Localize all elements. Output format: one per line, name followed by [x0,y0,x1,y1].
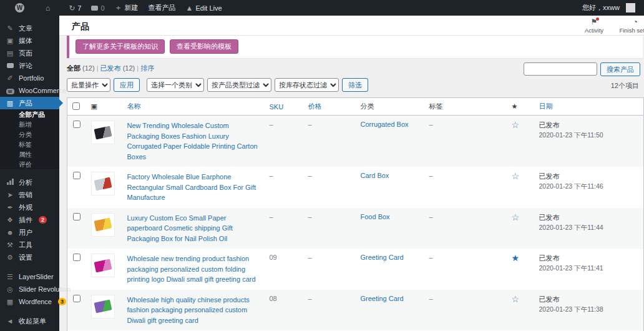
sidebar-item-media[interactable]: ▣ 媒体 [0,34,59,47]
sidebar-sub-tags[interactable]: 标签 [0,139,59,149]
learn-more-templates-button[interactable]: 了解更多关于模板的知识 [76,39,165,54]
select-all-checkbox[interactable] [72,102,80,110]
woocommerce-icon: W [6,86,14,95]
date-cell: 已发布 2020-01-23 下午11:46 [534,167,644,208]
date-cell: 已发布 2020-01-23 下午11:38 [534,290,644,331]
featured-star[interactable]: ☆ [512,120,520,130]
product-name-link[interactable]: Luxury Custom Eco Small Paper paperboard… [127,213,260,244]
comments-link[interactable]: 0 [86,0,109,16]
row-checkbox[interactable] [73,254,80,261]
sidebar-item-portfolio[interactable]: ✐ Portfolio [0,72,59,84]
product-name-link[interactable]: Factory Wholesale Blue Earphone Rectangu… [127,172,260,203]
product-name-link[interactable]: New Trending Wholesale Custom Packaging … [127,121,260,162]
featured-star[interactable]: ☆ [512,171,520,181]
name-column-header[interactable]: 名称 [122,98,265,116]
sidebar-item-woocommerce[interactable]: W WooCommerce [0,84,59,97]
products-table: ▣ 名称 SKU 价格 分类 标签 ★ 日期 New Trending Whol… [67,97,644,331]
sidebar-sub-add-new[interactable]: 新增 [0,119,59,129]
table-row: Factory Wholesale Blue Earphone Rectangu… [67,167,644,208]
sidebar-item-posts[interactable]: ✎ 文章 [0,22,59,34]
table-header-row: ▣ 名称 SKU 价格 分类 标签 ★ 日期 [67,98,644,116]
product-thumbnail[interactable] [91,254,115,277]
row-checkbox[interactable] [73,121,80,128]
publish-date: 2020-01-23 下午11:44 [539,224,639,232]
media-icon: ▣ [6,36,14,45]
sidebar-item-analytics[interactable]: 分析 [0,176,59,189]
collapse-menu-icon: ◄ [6,317,14,325]
featured-star[interactable]: ★ [512,253,520,263]
category-link[interactable]: Food Box [361,213,390,220]
product-thumbnail[interactable] [91,213,115,237]
sidebar-sub-all-products[interactable]: 全部产品 [0,109,59,119]
sidebar-item-users[interactable]: ☻ 用户 [0,226,59,239]
tags-cell: – [424,208,507,249]
filter-button[interactable]: 筛选 [342,78,368,92]
product-type-filter-select[interactable]: 按产品类型过滤 [207,78,271,92]
sidebar-sub-categories[interactable]: 分类 [0,129,59,139]
sidebar-item-pages[interactable]: ▤ 页面 [0,47,59,59]
product-name-link[interactable]: Wholesale high quality chinese products … [127,295,260,326]
search-products-button[interactable]: 搜索产品 [600,62,640,76]
category-link[interactable]: Card Box [361,172,389,179]
view-sort-link[interactable]: 排序 [140,64,154,72]
product-image [94,217,112,231]
finish-setup-button[interactable]: ◔ Finish setup [618,17,644,34]
activity-flag-icon: ⚑ [591,17,598,27]
sidebar-sub-reviews[interactable]: 评价 [0,159,59,169]
featured-star[interactable]: ☆ [512,212,520,222]
sku-column-header[interactable]: SKU [265,98,303,116]
sidebar-sub-attributes[interactable]: 属性 [0,149,59,159]
sidebar-item-marketing[interactable]: ➤ 营销 [0,189,59,201]
my-account-menu[interactable]: 您好，xxww [577,3,640,12]
product-thumbnail[interactable] [91,172,115,195]
sidebar-item-collapse-menu[interactable]: ◄ 收起菜单 [0,315,59,327]
date-column-header[interactable]: 日期 [534,98,644,116]
sidebar-item-appearance[interactable]: ✒ 外观 [0,201,59,214]
sidebar-item-tools[interactable]: ⚒ 工具 [0,239,59,251]
activity-button[interactable]: ⚑ Activity [577,17,612,34]
row-checkbox[interactable] [73,295,80,302]
featured-star[interactable]: ☆ [512,294,520,304]
sidebar-item-settings[interactable]: ⚙ 设置 [0,251,59,264]
updates-link[interactable]: ↻ 7 [64,0,86,16]
product-name-link[interactable]: Wholesale new trending product fashion p… [127,254,260,285]
sidebar-item-slider-revolution[interactable]: ◎ Slider Revolution [0,283,59,295]
apply-button[interactable]: 应用 [114,78,140,92]
row-checkbox[interactable] [73,213,80,220]
bulk-actions-select[interactable]: 批量操作 [67,78,110,92]
tags-column-header: 标签 [424,98,507,116]
view-product-link[interactable]: 查看产品 [144,0,181,16]
wp-logo-menu[interactable]: W [10,0,29,16]
sidebar-item-layerslider[interactable]: ☰ LayerSlider [0,270,59,283]
layerslider-icon: ☰ [6,272,14,281]
sidebar-item-wordfence[interactable]: ▦ Wordfence 3 [0,295,59,308]
sku-cell: 09 [265,249,303,290]
category-link[interactable]: Greeting Card [361,254,404,261]
plus-icon: ＋ [115,2,122,13]
category-link[interactable]: Corrugated Box [361,121,409,128]
updates-icon: ↻ [69,4,75,12]
search-input[interactable] [524,62,597,76]
product-thumbnail[interactable] [91,121,115,144]
category-filter-select[interactable]: 选择一个类别 [147,78,204,92]
category-link[interactable]: Greeting Card [361,295,404,302]
posts-icon: ✎ [6,24,14,32]
product-image [94,126,112,139]
product-thumbnail[interactable] [91,295,115,319]
sidebar-item-products[interactable]: ▥ 产品 [0,97,59,109]
view-all-link[interactable]: 全部 [67,64,80,72]
table-row: Wholesale new trending product fashion p… [67,249,644,290]
new-content-menu[interactable]: ＋ 新建 [110,0,144,16]
tags-cell: – [424,167,507,208]
edit-live-link[interactable]: ▲ Edit Live [181,0,227,16]
view-affected-templates-button[interactable]: 查看受影响的模板 [170,39,238,54]
stock-status-filter-select[interactable]: 按库存状态过滤 [275,78,339,92]
site-home-link[interactable]: ⌂ [41,0,55,16]
sidebar-item-plugins[interactable]: ❖ 插件 2 [0,214,59,226]
view-published-link[interactable]: 已发布 [100,64,121,72]
row-checkbox[interactable] [73,172,80,179]
sidebar-item-comments[interactable]: 评论 [0,59,59,72]
sku-cell: 08 [265,290,303,331]
price-column-header[interactable]: 价格 [303,98,356,116]
tools-icon: ⚒ [6,240,14,249]
